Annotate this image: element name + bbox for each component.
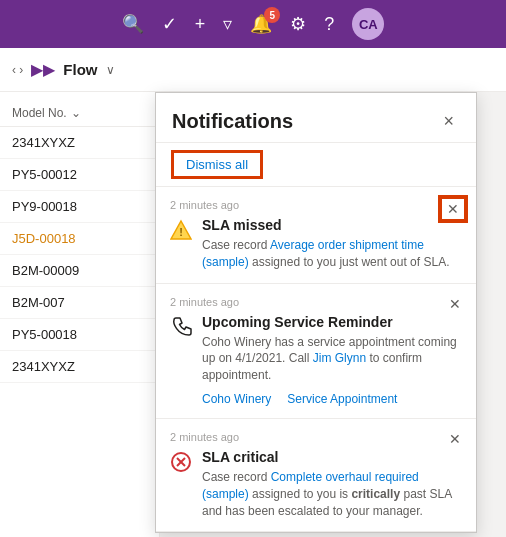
notifications-list: 2 minutes ago ✕ ! SLA missed Case record… — [156, 187, 476, 532]
add-icon[interactable]: + — [195, 14, 206, 35]
notification-content: SLA critical Case record Complete overha… — [202, 449, 462, 519]
list-item[interactable]: PY9-00018 — [0, 191, 159, 223]
list-item[interactable]: J5D-00018 — [0, 223, 159, 255]
notification-badge: 5 — [264, 7, 280, 23]
notifications-title: Notifications — [172, 110, 293, 133]
notifications-actions: Dismiss all — [156, 143, 476, 187]
error-icon — [170, 451, 192, 477]
settings-icon[interactable]: ⚙ — [290, 13, 306, 35]
notification-item-sla-missed: 2 minutes ago ✕ ! SLA missed Case record… — [156, 187, 476, 284]
notification-time: 2 minutes ago — [170, 199, 462, 211]
sub-navigation: ‹ › ▶▶ Flow ∨ — [0, 48, 506, 92]
notification-text: Coho Winery has a service appointment co… — [202, 334, 462, 384]
notifications-bell-icon[interactable]: 🔔 5 — [250, 13, 272, 35]
list-panel: Model No. ⌄ 2341XYXZ PY5-00012 PY9-00018… — [0, 92, 160, 537]
main-area: Model No. ⌄ 2341XYXZ PY5-00012 PY9-00018… — [0, 92, 506, 537]
flow-icon: ▶▶ — [31, 60, 55, 79]
notification-title: SLA missed — [202, 217, 462, 233]
tasks-icon[interactable]: ✓ — [162, 13, 177, 35]
flow-label: Flow — [63, 61, 97, 78]
notification-content: SLA missed Case record Average order shi… — [202, 217, 462, 271]
list-item[interactable]: B2M-00009 — [0, 255, 159, 287]
list-item[interactable]: 2341XYXZ — [0, 351, 159, 383]
notifications-close-icon[interactable]: × — [437, 109, 460, 134]
coho-winery-link[interactable]: Coho Winery — [202, 392, 271, 406]
notification-time: 2 minutes ago — [170, 296, 462, 308]
notification-text-bold-before: assigned to you is — [249, 487, 352, 501]
top-navigation: 🔍 ✓ + ▿ 🔔 5 ⚙ ? CA — [0, 0, 506, 48]
search-icon[interactable]: 🔍 — [122, 13, 144, 35]
warning-icon: ! — [170, 219, 192, 245]
notifications-panel: Notifications × Dismiss all 2 minutes ag… — [155, 92, 477, 533]
list-item[interactable]: PY5-00018 — [0, 319, 159, 351]
notification-item-sla-critical: 2 minutes ago ✕ SLA critical Case record — [156, 419, 476, 532]
notification-close-button[interactable]: ✕ — [440, 197, 466, 221]
svg-text:!: ! — [179, 226, 183, 238]
filter-icon[interactable]: ▿ — [223, 13, 232, 35]
sort-icon: ⌄ — [71, 106, 81, 120]
notification-bold-text: critically — [351, 487, 400, 501]
notification-close-button[interactable]: ✕ — [444, 294, 466, 314]
help-icon[interactable]: ? — [324, 14, 334, 35]
notification-item-service-reminder: 2 minutes ago ✕ Upcoming Service Reminde… — [156, 284, 476, 419]
notification-body: SLA critical Case record Complete overha… — [170, 449, 462, 519]
list-item[interactable]: PY5-00012 — [0, 159, 159, 191]
notification-title: SLA critical — [202, 449, 462, 465]
notification-links-row: Coho Winery Service Appointment — [202, 392, 462, 406]
list-item[interactable]: B2M-007 — [0, 287, 159, 319]
notification-text-after: assigned to you just went out of SLA. — [249, 255, 450, 269]
service-appointment-link[interactable]: Service Appointment — [287, 392, 397, 406]
list-column-header: Model No. ⌄ — [0, 100, 159, 127]
notification-time: 2 minutes ago — [170, 431, 462, 443]
notification-text-before: Case record — [202, 238, 270, 252]
notification-text: Case record Average order shipment time … — [202, 237, 462, 271]
list-item[interactable]: 2341XYXZ — [0, 127, 159, 159]
notification-content: Upcoming Service Reminder Coho Winery ha… — [202, 314, 462, 406]
notification-close-button[interactable]: ✕ — [444, 429, 466, 449]
model-no-header: Model No. — [12, 106, 67, 120]
notification-jim-glynn-link[interactable]: Jim Glynn — [313, 351, 366, 365]
notifications-header: Notifications × — [156, 93, 476, 143]
dismiss-all-button[interactable]: Dismiss all — [172, 151, 262, 178]
chevron-down-icon: ‹ › — [12, 63, 23, 77]
notification-title: Upcoming Service Reminder — [202, 314, 462, 330]
phone-icon — [170, 316, 192, 342]
notification-body: Upcoming Service Reminder Coho Winery ha… — [170, 314, 462, 406]
chevron-right-icon: ∨ — [106, 63, 115, 77]
notification-text: Case record Complete overhaul required (… — [202, 469, 462, 519]
notification-text-before: Case record — [202, 470, 271, 484]
avatar[interactable]: CA — [352, 8, 384, 40]
notification-body: ! SLA missed Case record Average order s… — [170, 217, 462, 271]
